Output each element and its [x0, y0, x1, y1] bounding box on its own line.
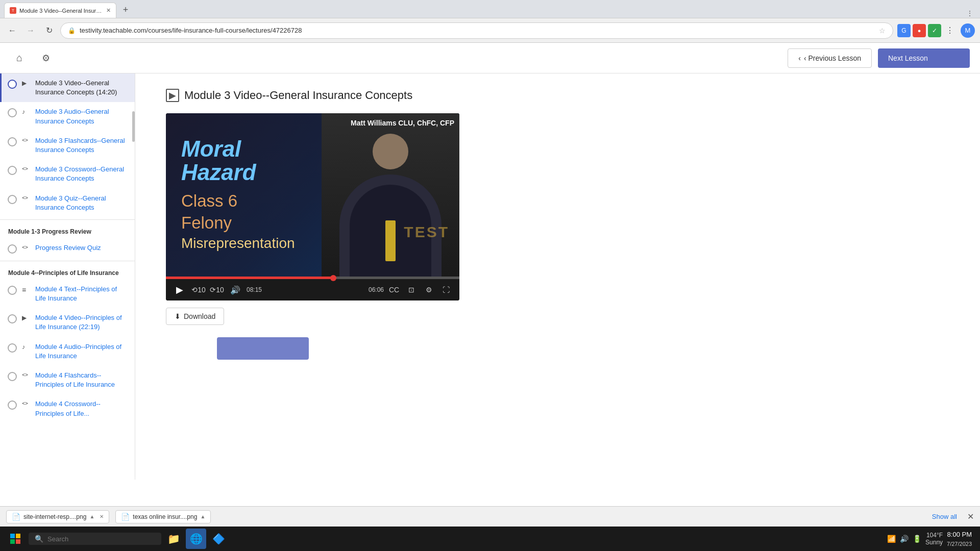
taskbar-icon-chrome[interactable]: 🌐	[186, 529, 206, 549]
sidebar-divider-1	[0, 219, 135, 220]
person-tie	[385, 220, 396, 261]
progress-quiz-circle	[8, 244, 17, 254]
video-rewind-btn[interactable]: ⟲10	[191, 283, 206, 297]
video-settings-btn[interactable]: ⚙	[422, 283, 436, 297]
taskbar-icon-edge[interactable]: 🔷	[208, 529, 229, 549]
sidebar-item-m3-cross[interactable]: <> Module 3 Crossword--General Insurance…	[0, 160, 135, 188]
video-forward-btn[interactable]: ⟳10	[210, 283, 224, 297]
m3-video-title: Module 3 Video--General Insurance Concep…	[35, 79, 127, 97]
section-header-m4: Module 4--Principles of Life Insurance	[0, 263, 135, 280]
tab-close-icon[interactable]: ✕	[106, 7, 111, 14]
video-pip-btn[interactable]: ⊡	[404, 283, 419, 297]
start-btn[interactable]	[4, 528, 27, 550]
m4-cross-title: Module 4 Crossword--Principles of Life..…	[35, 399, 127, 418]
video-play-btn[interactable]: ▶	[172, 282, 187, 297]
next-lesson-label: Next Lesson	[888, 54, 928, 62]
sidebar-item-m3-video[interactable]: ▶ Module 3 Video--General Insurance Conc…	[0, 73, 135, 102]
m4-flash-type-icon: <>	[22, 372, 30, 378]
bottom-file-bar: 📄 site-internet-resp....png ▲ ✕ 📄 texas …	[0, 506, 980, 527]
m3-cross-circle	[8, 166, 17, 175]
taskbar-icon-explorer[interactable]: 📁	[163, 529, 184, 549]
main-content: ▶ Module 3 Video--General Insurance Conc…	[135, 73, 980, 480]
video-misrep-text: Misrepresentation	[181, 234, 295, 253]
bookmark-icon[interactable]: ☆	[879, 27, 886, 35]
m4-cross-type-icon: <>	[22, 400, 30, 406]
progress-quiz-title: Progress Review Quiz	[35, 243, 101, 253]
sidebar-divider-2	[0, 261, 135, 261]
sidebar-item-m4-text[interactable]: ≡ Module 4 Text--Principles of Life Insu…	[0, 280, 135, 308]
sidebar-item-m4-audio[interactable]: ♪ Module 4 Audio--Principles of Life Ins…	[0, 337, 135, 366]
volume-tray-icon[interactable]: 🔊	[900, 535, 909, 543]
svg-rect-1	[16, 534, 20, 538]
chrome-icon: 🌐	[190, 533, 203, 545]
network-tray-icon[interactable]: 📶	[887, 535, 896, 543]
active-tab[interactable]: T Module 3 Video--General Insurance... ✕	[4, 3, 116, 18]
tab-label: Module 3 Video--General Insurance...	[19, 8, 103, 14]
condition-text: Sunny	[925, 539, 943, 546]
taskbar-search-box[interactable]: 🔍	[29, 533, 161, 545]
video-progress-container[interactable]	[166, 277, 459, 279]
video-volume-btn[interactable]: 🔊	[228, 283, 242, 297]
show-all-btn[interactable]: Show all	[932, 513, 957, 520]
video-progress-dot	[330, 275, 336, 281]
battery-tray-icon[interactable]: 🔋	[913, 535, 921, 543]
next-lesson-btn[interactable]: Next Lesson	[878, 48, 970, 68]
m4-flash-circle	[8, 372, 17, 381]
download-btn[interactable]: ⬇ Download	[166, 308, 224, 325]
file-close-1[interactable]: ✕	[100, 514, 104, 519]
browser-back-btn[interactable]: ←	[5, 23, 19, 38]
extension-icon-2[interactable]: ●	[913, 24, 926, 37]
video-player: Moral Hazard Class 6 Felony Misrepresent…	[166, 113, 459, 300]
home-btn[interactable]: ⌂	[10, 49, 29, 67]
video-time-elapsed: 08:15	[247, 286, 262, 293]
settings-btn[interactable]: ⚙	[37, 49, 55, 67]
profile-icon[interactable]: M	[961, 23, 975, 38]
extension-icon-1[interactable]: G	[897, 24, 911, 37]
lesson-title-area: ▶ Module 3 Video--General Insurance Conc…	[166, 89, 949, 102]
taskbar-search-input[interactable]	[47, 535, 129, 543]
sidebar-scroll-indicator[interactable]	[132, 94, 135, 439]
taskbar-search-icon: 🔍	[35, 535, 43, 543]
edge-icon: 🔷	[212, 533, 225, 545]
sidebar-item-m3-audio[interactable]: ♪ Module 3 Audio--General Insurance Conc…	[0, 102, 135, 131]
extension-icon-3[interactable]: ✓	[928, 24, 941, 37]
blue-rect	[217, 337, 309, 360]
video-captions-btn[interactable]: CC	[387, 283, 401, 297]
video-time-display: 08:15	[247, 286, 364, 293]
video-progress-fill	[166, 277, 333, 279]
taskbar-clock[interactable]: 8:00 PM 7/27/2023	[947, 530, 972, 548]
browser-refresh-btn[interactable]: ↻	[42, 23, 56, 38]
video-class-text: Class 6	[181, 190, 295, 212]
tab-add-btn[interactable]: +	[118, 3, 133, 17]
prev-lesson-btn[interactable]: ‹ ‹ Previous Lesson	[788, 48, 872, 68]
tab-more-icon[interactable]: ⋮	[964, 10, 976, 17]
more-extensions-btn[interactable]: ⋮	[943, 24, 957, 37]
file-item-1[interactable]: 📄 site-internet-resp....png ▲ ✕	[6, 510, 109, 523]
address-bar[interactable]: 🔒 testivity.teachable.com/courses/life-i…	[60, 22, 893, 39]
sidebar-item-m4-flash[interactable]: <> Module 4 Flashcards--Principles of Li…	[0, 366, 135, 394]
file-bar-close-btn[interactable]: ✕	[967, 512, 974, 521]
video-fullscreen-btn[interactable]: ⛶	[439, 283, 453, 297]
video-ctrl-right: 06:06 CC ⊡ ⚙ ⛶	[369, 283, 453, 297]
video-watermark: TEST	[404, 223, 449, 241]
person-head	[373, 134, 408, 169]
sidebar-item-m3-flash[interactable]: <> Module 3 Flashcards--General Insuranc…	[0, 131, 135, 160]
file-chevron-1[interactable]: ▲	[89, 514, 94, 519]
file-item-2[interactable]: 📄 texas online insur....png ▲	[115, 510, 211, 523]
m3-cross-type-icon: <>	[22, 166, 30, 171]
browser-forward-btn[interactable]: →	[23, 23, 38, 38]
app-header: ⌂ ⚙ ‹ ‹ Previous Lesson Next Lesson	[0, 43, 980, 73]
sidebar-item-m4-video[interactable]: ▶ Module 4 Video--Principles of Life Ins…	[0, 308, 135, 337]
sidebar-item-m3-quiz[interactable]: <> Module 3 Quiz--General Insurance Conc…	[0, 189, 135, 217]
section-header-progress: Module 1-3 Progress Review	[0, 222, 135, 238]
url-text: testivity.teachable.com/courses/life-ins…	[80, 27, 875, 34]
sidebar-item-progress-quiz[interactable]: <> Progress Review Quiz	[0, 238, 135, 259]
file-chevron-2[interactable]: ▲	[200, 514, 205, 519]
m3-audio-type-icon: ♪	[22, 108, 30, 115]
m3-audio-circle	[8, 108, 17, 117]
m3-flash-type-icon: <>	[22, 137, 30, 143]
video-moral-text: Moral	[181, 137, 295, 161]
taskbar-tray: 📶 🔊 🔋 104°F Sunny 8:00 PM 7/27/2023	[887, 530, 976, 548]
m4-audio-title: Module 4 Audio--Principles of Life Insur…	[35, 342, 127, 361]
sidebar-item-m4-cross[interactable]: <> Module 4 Crossword--Principles of Lif…	[0, 394, 135, 423]
